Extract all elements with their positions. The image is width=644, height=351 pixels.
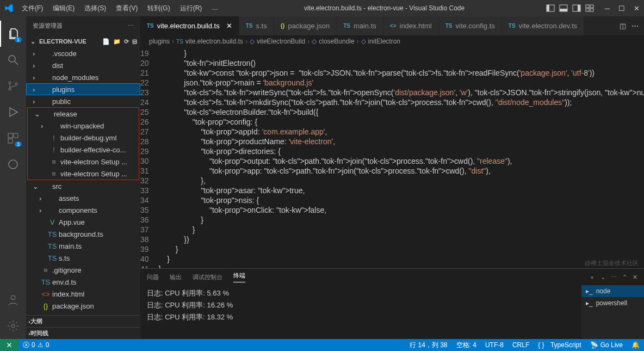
svg-rect-3 (560, 9, 567, 11)
menu-selection[interactable]: 选择(S) (80, 2, 110, 15)
chevron-icon: › (33, 85, 41, 94)
section-timeline[interactable]: ›时间线 (26, 327, 140, 339)
tree-item-s-ts[interactable]: TSs.ts (26, 252, 140, 264)
terminal-dropdown-icon[interactable]: ⌄ (600, 274, 605, 281)
tab-more-icon[interactable]: ⋯ (631, 22, 639, 30)
close-icon[interactable]: ✕ (634, 4, 640, 13)
project-root[interactable]: ⌄ ELECTRON-VUE 📄 📁 ⟳ ⊟ (26, 35, 140, 47)
activity-search[interactable] (0, 47, 26, 73)
panel-tab-output[interactable]: 输出 (170, 273, 182, 281)
split-editor-icon[interactable]: ◫ (620, 22, 626, 30)
tree-item-env-d-ts[interactable]: TSenv.d.ts (26, 276, 140, 288)
menu-view[interactable]: 查看(V) (112, 2, 142, 15)
tab-main-ts[interactable]: TSmain.ts (337, 16, 383, 35)
minimize-icon[interactable]: ─ (605, 4, 610, 13)
status-notifications[interactable]: 🔔 (627, 341, 644, 350)
remote-button[interactable] (0, 339, 18, 351)
activity-scm[interactable] (0, 73, 26, 99)
status-eol[interactable]: CRLF (508, 341, 534, 350)
panel-tab-terminal[interactable]: 终端 (233, 272, 245, 282)
tree-item-builder-effective-co---[interactable]: !builder-effective-co... (28, 144, 139, 156)
sidebar-more-icon[interactable]: ⋯ (128, 22, 134, 29)
activity-debug[interactable] (0, 99, 26, 125)
tree-item-public[interactable]: ›public (26, 95, 140, 107)
crumb-3[interactable]: closeBundle (319, 38, 354, 45)
menu-run[interactable]: 运行(R) (176, 2, 207, 15)
code-body[interactable]: } "tok-fn">initElectron() "tok-kw">const… (159, 47, 644, 268)
new-file-icon[interactable]: 📄 (102, 38, 110, 45)
terminal-more-icon[interactable]: ⋯ (611, 274, 617, 281)
layout-panel-right-icon[interactable] (572, 4, 581, 13)
terminal-item-node[interactable]: ▸_node (581, 285, 644, 297)
tab-s-ts[interactable]: TSs.ts (239, 16, 274, 35)
status-spaces[interactable]: 空格: 4 (452, 341, 481, 350)
tree-item-components[interactable]: ›components (26, 204, 140, 216)
tree-item-win-unpacked[interactable]: ›win-unpacked (28, 120, 139, 132)
status-ln-col[interactable]: 行 14，列 38 (405, 341, 451, 350)
crumb-4[interactable]: initElectron (368, 38, 400, 45)
crumb-2[interactable]: viteElectronBuild (257, 38, 305, 45)
collapse-icon[interactable]: ⊟ (132, 38, 137, 45)
terminal-output[interactable]: 日志: CPU 利用率: 5.63 %日志: CPU 利用率: 16.26 %日… (140, 285, 581, 339)
status-problems[interactable]: ⓧ0 ⚠0 (18, 341, 53, 350)
activity-settings[interactable] (0, 313, 26, 339)
menu-go[interactable]: 转到(G) (143, 2, 174, 15)
panel-tab-debugconsole[interactable]: 调试控制台 (193, 273, 222, 281)
tab-index-html[interactable]: <>index.html (383, 16, 439, 35)
tree-item-dist[interactable]: ›dist (26, 59, 140, 71)
terminal-new-icon[interactable]: ＋ (589, 273, 595, 281)
tree-item-node-modules[interactable]: ›node_modules (26, 71, 140, 83)
tree-item--gitignore[interactable]: ≡.gitignore (26, 264, 140, 276)
terminal-item-powershell[interactable]: ▸_powershell (581, 297, 644, 309)
tab-close-icon[interactable]: ✕ (226, 22, 232, 30)
layout-panel-bottom-icon[interactable] (559, 4, 568, 13)
status-golive[interactable]: 📡Go Live (586, 341, 627, 350)
menu-more[interactable]: … (207, 2, 222, 15)
tree-item-assets[interactable]: ›assets (26, 192, 140, 204)
file-icon: TS (48, 254, 57, 262)
file-icon: ! (49, 146, 58, 154)
panel-tab-problems[interactable]: 问题 (147, 273, 159, 281)
tab-label: s.ts (256, 22, 267, 30)
refresh-icon[interactable]: ⟳ (124, 38, 129, 45)
tree-item-builder-debug-yml[interactable]: !builder-debug.yml (28, 132, 139, 144)
maximize-icon[interactable]: ☐ (618, 4, 625, 13)
tree-label: env.d.ts (52, 278, 77, 286)
crumb-1[interactable]: vite.electron.build.ts (185, 38, 243, 45)
layout-panel-left-icon[interactable] (546, 4, 555, 13)
tree-item--vscode[interactable]: ›.vscode (26, 47, 140, 59)
breadcrumb[interactable]: plugins› TSvite.electron.build.ts› ◇vite… (140, 35, 644, 47)
activity-extensions[interactable]: 3 (0, 125, 26, 151)
panel-close-icon[interactable]: ✕ (633, 274, 637, 281)
status-lang[interactable]: { } TypeScript (534, 341, 585, 350)
tree-item-src[interactable]: ⌄src (26, 180, 140, 192)
activity-account[interactable] (0, 287, 26, 313)
tree-item-package-json[interactable]: {}package.json (26, 300, 140, 312)
tree-item-plugins[interactable]: ›plugins (26, 83, 140, 95)
file-icon: {} (41, 302, 50, 310)
tab-vite-electron-dev-ts[interactable]: TSvite.electron.dev.ts (502, 16, 584, 35)
activity-explorer[interactable]: 1 (0, 21, 26, 47)
menu-file[interactable]: 文件(F) (17, 2, 47, 15)
tree-item-vite-electron-setup----[interactable]: ≡vite-electron Setup ... (28, 168, 139, 180)
tab-vite-config-ts[interactable]: TSvite.config.ts (439, 16, 502, 35)
tree-item-vite-electron-setup----[interactable]: ≡vite-electron Setup ... (28, 156, 139, 168)
crumb-0[interactable]: plugins (149, 38, 170, 45)
activity-circle[interactable] (0, 151, 26, 177)
tree-item-main-ts[interactable]: TSmain.ts (26, 240, 140, 252)
status-encoding[interactable]: UTF-8 (481, 341, 508, 350)
new-folder-icon[interactable]: 📁 (113, 38, 121, 45)
tree-item-background-ts[interactable]: TSbackground.ts (26, 228, 140, 240)
tree-item-app-vue[interactable]: VApp.vue (26, 216, 140, 228)
layout-custom-icon[interactable] (585, 4, 594, 13)
menu-edit[interactable]: 编辑(E) (48, 2, 79, 15)
tree-item-release[interactable]: ⌄release (28, 108, 139, 120)
tree-label: s.ts (59, 254, 70, 262)
tree-item-index-html[interactable]: <>index.html (26, 288, 140, 300)
tab-vite-electron-build-ts[interactable]: TSvite.electron.build.ts✕ (140, 16, 239, 35)
section-outline[interactable]: ›大纲 (26, 315, 140, 327)
tab-package-json[interactable]: {}package.json (274, 16, 337, 35)
terminal-line: 日志: CPU 利用率: 18.32 % (147, 311, 575, 323)
code-editor[interactable]: 19 20 21 22 23 24 25 26 27 28 29 30 31 3… (140, 47, 644, 268)
panel-maximize-icon[interactable]: ⌃ (622, 274, 627, 281)
